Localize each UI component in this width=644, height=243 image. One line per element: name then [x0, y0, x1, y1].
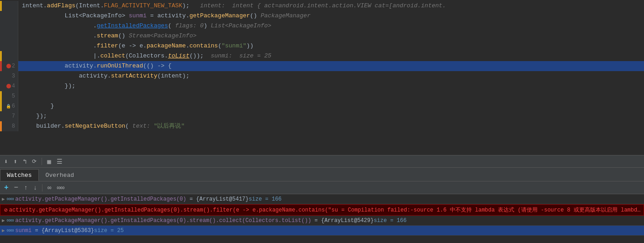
- watch-entry-entry3[interactable]: ▶∞∞activity.getPackageManager().getInsta…: [0, 216, 644, 226]
- code-line-9: 5: [0, 91, 644, 101]
- line-content-3: .stream() Stream<PackageInfo>: [18, 31, 644, 41]
- code-line-0: intent.addFlags(Intent.FLAG_ACTIVITY_NEW…: [0, 1, 644, 11]
- line-gutter-12: 8: [0, 121, 18, 131]
- watch-entries: ▶∞∞activity.getPackageManager().getInsta…: [0, 194, 644, 236]
- watch-value-0: size = 166: [249, 196, 282, 202]
- code-line-6: 2 activity.runOnUiThread(() -> {: [0, 61, 644, 71]
- line-number: 8: [12, 123, 15, 129]
- toolbar-icon-list[interactable]: ☰: [55, 157, 64, 166]
- line-content-9: [18, 91, 644, 101]
- tabs-bar: Watches Overhead: [0, 168, 644, 181]
- watches-section: Watches Overhead + − ↑ ↓ ∞ ∞∞ ▶∞∞activit…: [0, 168, 644, 243]
- line-gutter-10: 🔒6: [0, 101, 18, 111]
- debugger-toolbar: ⬇ ⬆ ↰ ⟳ ▦ ☰: [0, 155, 644, 168]
- code-line-10: 🔒6 }: [0, 101, 644, 111]
- expand-arrow-2[interactable]: ▶: [2, 217, 5, 223]
- line-content-5: |.collect(Collectors.toList()); sunmi: s…: [18, 51, 644, 61]
- line-gutter-2: [0, 21, 18, 31]
- line-gutter-11: 7: [0, 111, 18, 121]
- line-gutter-3: [0, 31, 18, 41]
- line-content-2: .getInstalledPackages( flags: 0) List<Pa…: [18, 21, 644, 31]
- tab-watches[interactable]: Watches: [0, 169, 39, 181]
- watch-prefix-2: ∞∞: [7, 217, 14, 224]
- lock-icon: 🔒: [6, 104, 11, 109]
- watch-entry-entry4[interactable]: ▶∞∞sunmi = {ArrayList@5363} size = 25: [0, 226, 644, 236]
- line-content-10: }: [18, 101, 644, 111]
- line-content-4: .filter(e -> e.packageName.contains("sun…: [18, 41, 644, 51]
- code-line-1: List<PackageInfo> sunmi = activity.getPa…: [0, 11, 644, 21]
- code-line-3: .stream() Stream<PackageInfo>: [0, 31, 644, 41]
- line-gutter-1: [0, 11, 18, 21]
- watches-infinity2-icon[interactable]: ∞∞: [55, 183, 66, 192]
- code-line-4: .filter(e -> e.packageName.contains("sun…: [0, 41, 644, 51]
- watches-remove-icon[interactable]: −: [13, 183, 20, 193]
- code-line-12: 8 builder.setNegativeButton( text: "以后再说…: [0, 121, 644, 131]
- expand-arrow-0[interactable]: ▶: [2, 196, 5, 202]
- watch-text-3: sunmi = {ArrayList@5363}: [15, 227, 94, 234]
- line-number: 7: [12, 113, 15, 119]
- toolbar-separator: [42, 158, 42, 165]
- code-editor: intent.addFlags(Intent.FLAG_ACTIVITY_NEW…: [0, 0, 644, 155]
- code-line-7: 3 activity.startActivity(intent);: [0, 71, 644, 81]
- code-line-11: 7 });: [0, 111, 644, 121]
- watch-prefix-3: ∞∞: [7, 227, 14, 234]
- watch-text-1: activity.getPackageManager().getInstalle…: [9, 206, 641, 214]
- watches-up-icon[interactable]: ↑: [22, 183, 29, 192]
- tab-overhead[interactable]: Overhead: [39, 169, 81, 181]
- line-content-6: activity.runOnUiThread(() -> {: [18, 61, 644, 71]
- breakpoint-dot-red: [6, 84, 11, 88]
- toolbar-icon-up[interactable]: ⬆: [12, 157, 18, 166]
- code-line-2: .getInstalledPackages( flags: 0) List<Pa…: [0, 21, 644, 31]
- line-number: 3: [12, 73, 15, 79]
- line-gutter-7: 3: [0, 71, 18, 81]
- watch-value-2: size = 166: [374, 217, 406, 224]
- watches-panel: ▶∞∞activity.getPackageManager().getInsta…: [0, 194, 644, 243]
- toolbar-icon-down[interactable]: ⬇: [3, 157, 9, 166]
- watch-entry-entry1[interactable]: ▶∞∞activity.getPackageManager().getInsta…: [0, 194, 644, 204]
- line-gutter-4: [0, 41, 18, 51]
- line-number: 6: [12, 103, 15, 109]
- expand-arrow-3[interactable]: ▶: [2, 227, 5, 233]
- toolbar-icon-table[interactable]: ▦: [46, 157, 52, 166]
- line-gutter-6: 2: [0, 61, 18, 71]
- line-content-1: List<PackageInfo> sunmi = activity.getPa…: [18, 11, 644, 21]
- watch-prefix-0: ∞∞: [7, 196, 14, 202]
- line-number: 2: [12, 63, 15, 69]
- line-number: 4: [12, 83, 15, 89]
- breakpoint-dot: [6, 64, 11, 68]
- watches-add-icon[interactable]: +: [3, 183, 10, 193]
- line-content-0: intent.addFlags(Intent.FLAG_ACTIVITY_NEW…: [18, 1, 644, 11]
- line-gutter-0: [0, 1, 18, 11]
- watch-prefix-1: ⊘: [4, 207, 8, 214]
- code-line-5: |.collect(Collectors.toList()); sunmi: s…: [0, 51, 644, 61]
- watch-entry-entry2[interactable]: ⊘activity.getPackageManager().getInstall…: [0, 204, 644, 216]
- code-lines: intent.addFlags(Intent.FLAG_ACTIVITY_NEW…: [0, 0, 644, 131]
- toolbar-icon-return[interactable]: ↰: [21, 157, 28, 166]
- code-line-8: 4 });: [0, 81, 644, 91]
- toolbar-icon-refresh[interactable]: ⟳: [31, 157, 38, 166]
- watch-value-3: size = 25: [94, 227, 124, 234]
- watches-down-icon[interactable]: ↓: [32, 183, 38, 192]
- line-content-8: });: [18, 81, 644, 91]
- line-gutter-5: [0, 51, 18, 61]
- watches-toolbar-sep: [42, 184, 42, 191]
- watches-infinity-icon[interactable]: ∞: [46, 183, 53, 192]
- line-gutter-8: 4: [0, 81, 18, 91]
- line-content-11: });: [18, 111, 644, 121]
- watch-text-2: activity.getPackageManager().getInstalle…: [15, 217, 374, 224]
- line-content-7: activity.startActivity(intent);: [18, 71, 644, 81]
- watches-toolbar: + − ↑ ↓ ∞ ∞∞: [0, 181, 644, 194]
- line-gutter-9: 5: [0, 91, 18, 101]
- line-content-12: builder.setNegativeButton( text: "以后再说": [18, 121, 644, 131]
- watch-text-0: activity.getPackageManager().getInstalle…: [15, 196, 248, 202]
- line-number: 5: [12, 93, 15, 99]
